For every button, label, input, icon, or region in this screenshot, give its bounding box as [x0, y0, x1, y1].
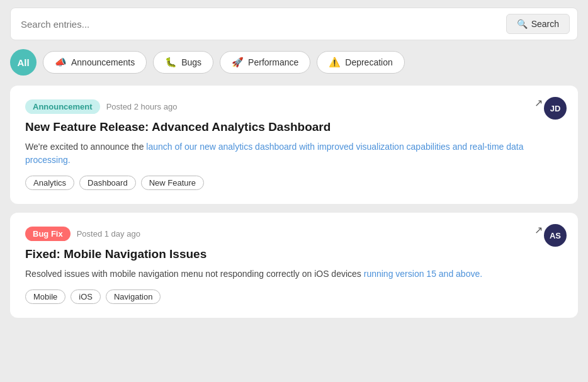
filter-tabs: All 📣 Announcements 🐛 Bugs 🚀 Performance… [10, 49, 578, 76]
performance-icon: 🚀 [232, 57, 244, 68]
tag-mobile[interactable]: Mobile [25, 289, 65, 304]
card-body-2: Resolved issues with mobile navigation m… [25, 267, 563, 281]
entry-card-2: Bug Fix Posted 1 day ago Fixed: Mobile N… [10, 213, 578, 318]
badge-bugfix: Bug Fix [25, 227, 71, 241]
badge-announcement: Announcement [25, 99, 100, 114]
tab-bugs[interactable]: 🐛 Bugs [153, 51, 213, 74]
deprecation-icon: ⚠️ [329, 57, 341, 68]
announcements-icon: 📣 [55, 57, 67, 68]
tab-deprecation[interactable]: ⚠️ Deprecation [317, 51, 405, 74]
search-bar: 🔍 Search [10, 8, 578, 40]
tag-dashboard[interactable]: Dashboard [79, 176, 136, 190]
tag-navigation[interactable]: Navigation [106, 289, 161, 304]
card-title-1: New Feature Release: Advanced Analytics … [25, 120, 563, 134]
tag-new-feature[interactable]: New Feature [141, 176, 204, 190]
bugs-icon: 🐛 [165, 57, 177, 68]
posted-time-1: Posted 2 hours ago [106, 102, 178, 111]
tab-performance[interactable]: 🚀 Performance [220, 51, 310, 74]
entry-card-1: Announcement Posted 2 hours ago New Feat… [10, 86, 578, 204]
avatar-2: AS [544, 224, 567, 247]
card-title-2: Fixed: Mobile Navigation Issues [25, 247, 563, 261]
search-button[interactable]: 🔍 Search [506, 14, 570, 34]
external-link-icon-2[interactable]: ↗ [534, 224, 543, 236]
posted-time-2: Posted 1 day ago [77, 229, 140, 239]
card-header-1: Announcement Posted 2 hours ago [25, 99, 563, 114]
search-icon: 🔍 [517, 19, 528, 29]
avatar-1: JD [544, 97, 567, 120]
tag-ios[interactable]: iOS [71, 289, 101, 304]
tag-analytics[interactable]: Analytics [25, 176, 74, 190]
tab-all[interactable]: All [10, 49, 37, 76]
card-body-1: We're excited to announce the launch of … [25, 140, 563, 167]
card-header-2: Bug Fix Posted 1 day ago [25, 227, 563, 241]
tab-announcements[interactable]: 📣 Announcements [43, 51, 147, 74]
body-link-2: running version 15 and above. [364, 269, 482, 279]
body-link-1: launch of our new analytics dashboard wi… [25, 142, 524, 165]
external-link-icon-1[interactable]: ↗ [534, 97, 543, 109]
tags-1: Analytics Dashboard New Feature [25, 176, 563, 190]
search-button-label: Search [531, 19, 559, 29]
tags-2: Mobile iOS Navigation [25, 289, 563, 304]
search-input[interactable] [21, 19, 506, 30]
